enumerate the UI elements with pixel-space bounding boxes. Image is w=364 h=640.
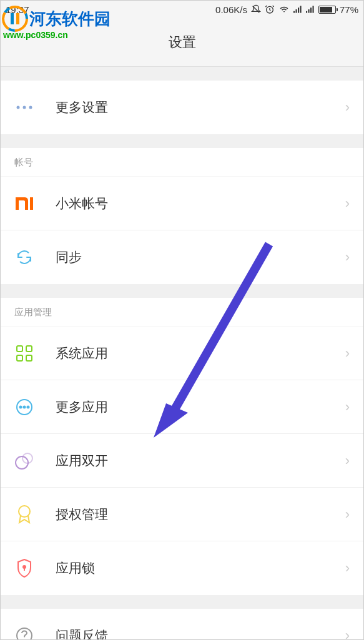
- dual-apps-icon: [14, 451, 34, 471]
- item-label: 同步: [56, 249, 345, 266]
- svg-rect-16: [17, 346, 22, 352]
- svg-point-13: [17, 106, 20, 109]
- status-right: 0.06K/s 77%: [215, 4, 358, 15]
- apps-icon: [14, 343, 34, 363]
- item-system-apps[interactable]: 系统应用 ›: [1, 327, 363, 380]
- signal-1-icon: [293, 5, 302, 14]
- section-header-apps: 应用管理: [1, 298, 363, 327]
- chevron-right-icon: ›: [345, 249, 350, 265]
- status-time: 19:37: [6, 4, 29, 15]
- item-label: 问题反馈: [56, 627, 345, 640]
- item-label: 更多设置: [56, 99, 345, 116]
- svg-point-23: [27, 406, 29, 408]
- status-bar: 19:37 0.06K/s 77%: [1, 1, 363, 18]
- dnd-icon: [251, 4, 261, 14]
- chevron-right-icon: ›: [345, 628, 350, 640]
- battery-percent: 77%: [340, 4, 358, 15]
- svg-point-21: [20, 406, 22, 408]
- item-label: 应用锁: [56, 559, 345, 577]
- svg-point-22: [24, 406, 26, 408]
- item-label: 小米帐号: [56, 195, 345, 212]
- item-mi-account[interactable]: 小米帐号 ›: [1, 177, 363, 230]
- item-label: 授权管理: [56, 506, 345, 523]
- signal-2-icon: [306, 5, 315, 14]
- mi-icon: [14, 194, 34, 214]
- chevron-right-icon: ›: [345, 506, 350, 523]
- item-more-apps[interactable]: 更多应用 ›: [1, 380, 363, 434]
- battery-icon: [318, 6, 336, 14]
- svg-point-14: [23, 106, 26, 109]
- item-permissions[interactable]: 授权管理 ›: [1, 488, 363, 541]
- svg-rect-1: [293, 11, 295, 13]
- svg-rect-8: [312, 6, 313, 12]
- svg-point-15: [29, 106, 32, 109]
- item-feedback[interactable]: 问题反馈 ›: [1, 609, 363, 640]
- item-dual-apps[interactable]: 应用双开 ›: [1, 434, 363, 488]
- svg-rect-17: [26, 346, 32, 352]
- svg-rect-5: [306, 11, 307, 13]
- header: 设置: [1, 18, 363, 67]
- svg-rect-18: [17, 355, 22, 361]
- help-icon: [14, 626, 34, 640]
- item-sync[interactable]: 同步 ›: [1, 230, 363, 284]
- chevron-right-icon: ›: [345, 560, 350, 576]
- more-icon: [14, 97, 34, 117]
- chevron-right-icon: ›: [345, 195, 350, 212]
- chevron-right-icon: ›: [345, 399, 350, 415]
- svg-rect-19: [26, 355, 32, 361]
- item-label: 更多应用: [56, 398, 345, 416]
- svg-point-27: [23, 566, 26, 568]
- chevron-right-icon: ›: [345, 453, 350, 469]
- alarm-icon: [265, 4, 275, 14]
- item-label: 应用双开: [56, 452, 345, 470]
- shield-lock-icon: [14, 558, 34, 578]
- svg-point-28: [17, 628, 32, 640]
- chevron-right-icon: ›: [345, 345, 350, 362]
- item-more-settings[interactable]: 更多设置 ›: [1, 81, 363, 134]
- svg-rect-2: [295, 9, 297, 13]
- section-header-account: 帐号: [1, 148, 363, 177]
- more-apps-icon: [14, 397, 34, 417]
- badge-icon: [14, 505, 34, 524]
- net-speed: 0.06K/s: [215, 4, 247, 15]
- page-title: 设置: [169, 33, 196, 52]
- item-label: 系统应用: [56, 345, 345, 362]
- svg-rect-3: [298, 7, 299, 12]
- svg-rect-4: [300, 6, 301, 12]
- item-app-lock[interactable]: 应用锁 ›: [1, 541, 363, 595]
- svg-rect-6: [308, 9, 309, 13]
- chevron-right-icon: ›: [345, 99, 350, 116]
- svg-point-26: [19, 506, 30, 517]
- sync-icon: [14, 247, 34, 267]
- wifi-icon: [278, 5, 290, 14]
- svg-rect-7: [310, 7, 312, 12]
